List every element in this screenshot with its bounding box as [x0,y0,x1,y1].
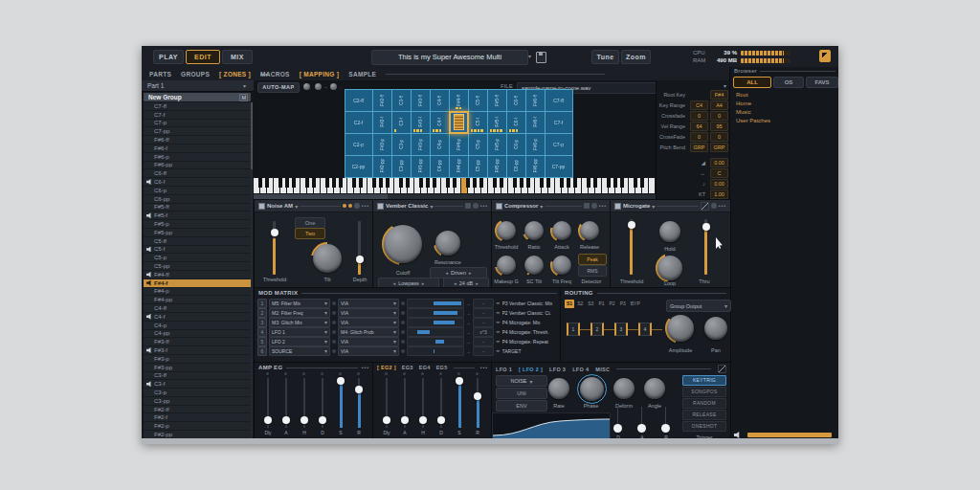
module-dropdown-icon[interactable]: ▾ [430,203,433,210]
piano-key-black[interactable] [406,178,410,188]
zone-list-item[interactable]: C7-f [144,111,251,120]
rate-knob[interactable] [546,376,571,401]
zone-cell-F#6-pp[interactable]: F#6-pp [525,155,546,178]
param-value-high[interactable]: 0 [710,111,728,121]
zone-cell-F#5-p[interactable]: F#5-p [487,133,507,156]
zone-list-item[interactable]: F#5-f [144,212,251,220]
edit-pencil-icon[interactable] [718,365,726,373]
zones-nav-tab[interactable]: [ ZONES ] [219,71,251,78]
mod-step-icons[interactable]: ◂▸ [496,329,501,334]
zone-cell-C6-ff[interactable]: C6-ff [506,89,526,112]
mod-dot-button[interactable] [332,340,336,344]
zone-list-item[interactable]: C4-pp [144,330,251,339]
routing-output-select[interactable]: Group Output▾ [666,300,731,312]
zone-cell-F#2-p[interactable]: F#2-p [372,133,392,156]
thru-handle[interactable] [702,223,710,231]
lfo-tab[interactable]: MISC [595,367,610,372]
eg-slider[interactable]: H [295,376,314,434]
browser-tree-item[interactable]: User Patches [730,117,838,125]
zone-list-item[interactable]: C5-f [144,246,251,255]
hold-knob[interactable] [657,219,682,244]
module-circle-icon[interactable] [711,203,717,209]
two-button[interactable]: Two [295,228,325,239]
mapping-nav-tab[interactable]: MACROS [260,71,290,78]
piano-key-black[interactable] [372,178,376,188]
mod-depth-slider[interactable] [407,299,464,308]
browser-tree-item[interactable]: Music [730,108,838,117]
piano-key-black[interactable] [500,178,503,188]
lfo-trigger-mode[interactable]: RELEASE [682,410,726,420]
comp-ratio-knob[interactable] [523,219,546,242]
param-value[interactable]: 0.00 [710,158,728,167]
zone-cell-C7-f[interactable]: C7-f [545,111,573,134]
mapping-nav-tab[interactable]: SAMPLE [348,71,376,78]
piano-key-black[interactable] [258,178,262,188]
zoom-button[interactable]: Zoom [621,50,651,64]
browser-tab-os[interactable]: OS [773,77,804,88]
zone-cell-C4-p[interactable]: C4-p [430,133,450,156]
zone-list-item[interactable]: F#2-ff [144,406,251,414]
module-dropdown-icon[interactable]: ▾ [652,203,655,210]
volume-slider[interactable] [747,433,832,437]
eg-tab[interactable]: EG3 [402,365,413,370]
piano-key-black[interactable] [526,178,530,188]
zone-cell-F#5-ff[interactable]: F#5-ff [487,89,507,112]
zone-cell-F#3-ff[interactable]: F#3-ff [411,89,431,112]
mod-via-select[interactable]: VIA▾ [338,308,399,318]
zone-cell-C7-ff[interactable]: C7-ff [545,89,573,112]
zone-cell-F#2-ff[interactable]: F#2-ff [372,89,392,112]
resonance-knob[interactable] [434,229,462,257]
param-value[interactable]: C [710,168,728,178]
zone-cell-C7-pp[interactable]: C7-pp [545,155,573,178]
module-badge-icon[interactable] [343,204,346,208]
zone-list-item[interactable]: F#6-pp [144,162,251,170]
routing-tab[interactable]: P3 [618,300,628,308]
loop-knob[interactable] [656,254,684,282]
zone-list-item[interactable]: F#2-f [144,413,251,422]
routing-block[interactable]: 1 [567,323,580,336]
zone-list-item[interactable]: C6-pp [144,195,251,204]
param-value-high[interactable]: 95 [710,122,728,131]
mod-curve-value[interactable]: - [473,299,494,308]
mod-dot-button[interactable] [401,330,405,334]
mapping-nav-tab[interactable]: [ MAPPING ] [300,71,340,78]
piano-key-black[interactable] [466,178,470,188]
module-menu-icon[interactable]: ••• [362,203,369,209]
mod-via-select[interactable]: VIA▾ [338,337,399,346]
mod-depth-slider[interactable] [407,327,464,337]
mod-step-icons[interactable]: ◂▸ [496,301,501,305]
param-value-high[interactable]: A4 [710,100,728,110]
zone-cell-C3-ff[interactable]: C3-ff [391,89,412,112]
param-value[interactable]: 0.00 [710,179,728,189]
routing-tab[interactable]: P2 [608,300,617,308]
zone-cell-C3-f[interactable]: C3-f [391,111,412,134]
mod-source-select[interactable]: M3: Glitch Mix▾ [269,318,330,327]
piano-key-black[interactable] [359,178,363,188]
zone-cell-C2-pp[interactable]: C2-pp [345,155,373,178]
piano-key-black[interactable] [546,178,550,188]
mod-curve-value[interactable]: - [473,337,494,346]
module-menu-icon[interactable]: ••• [480,203,488,209]
zone-cell-C6-pp[interactable]: C6-pp [506,155,526,178]
mod-target-select[interactable]: P2 Vember Classic: Ct. [502,310,558,316]
uni-button[interactable]: UNI [496,388,547,399]
piano-key-black[interactable] [473,178,477,188]
module-enable-checkbox[interactable] [496,203,502,210]
zones-nav-tab[interactable]: PARTS [149,71,171,78]
zone-list-item[interactable]: F#6-p [144,153,251,162]
zone-list-item[interactable]: F#2-pp [144,431,251,438]
zone-cell-F#3-pp[interactable]: F#3-pp [411,155,431,178]
zone-cell-F#6-f[interactable]: F#6-f [525,111,546,134]
mod-dot-button[interactable] [332,301,336,305]
eg-slider[interactable]: A [277,376,296,434]
piano-key-black[interactable] [560,178,564,188]
mod-dot-button[interactable] [332,311,336,315]
comp-threshold-knob[interactable] [495,219,518,242]
zone-cell-C4-ff[interactable]: C4-ff [430,89,450,112]
param-value-high[interactable]: 0 [710,132,728,142]
lfo-trigger-mode[interactable]: ONESHOT [682,421,726,432]
piano-key-black[interactable] [339,178,343,188]
eg2-menu-icon[interactable]: ••• [480,365,488,370]
lfo-trigger-mode[interactable]: KEYTRIG [682,375,726,386]
zone-cell-F#2-f[interactable]: F#2-f [372,111,392,134]
